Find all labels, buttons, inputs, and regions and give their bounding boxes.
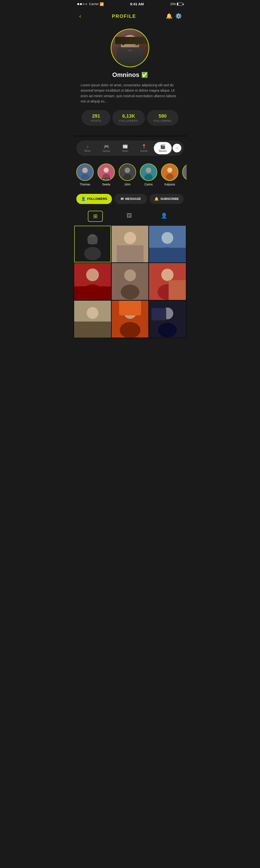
posts-label: POSTS <box>91 119 101 122</box>
profile-section: Omninos ✅ Lorem ipsum dolor sit amet, co… <box>73 26 187 135</box>
subscribe-button-label: SUBSCRIBE <box>160 197 179 200</box>
tab-movies[interactable]: 🎬 Movies <box>154 142 172 154</box>
svg-point-14 <box>166 174 173 180</box>
arrow-icon: → <box>175 146 179 150</box>
bio-text: Lorem ipsum dolor sit amet, consectetur … <box>78 83 182 104</box>
stat-following: 590 FOLLOWING <box>147 110 178 126</box>
tab-news[interactable]: 📰 News <box>116 142 134 154</box>
story-sw[interactable]: Sw... <box>182 163 187 186</box>
photo-1[interactable] <box>74 226 111 262</box>
view-tab-grid[interactable]: ⊞ <box>88 211 103 222</box>
stats-row: 291 POSTS 6,13K FOLLOWERS 590 FOLLOWING <box>78 110 182 126</box>
svg-point-4 <box>104 167 109 173</box>
view-tab-person[interactable]: 👤 <box>156 211 172 222</box>
svg-rect-50 <box>119 301 141 315</box>
svg-rect-34 <box>74 286 111 300</box>
posts-count: 291 <box>92 113 100 119</box>
following-label: FOLLOWING <box>154 119 172 122</box>
tabs-arrow-button[interactable]: → <box>173 144 181 152</box>
message-button[interactable]: ✉ MESSAGE <box>114 194 147 204</box>
svg-rect-15 <box>183 164 187 180</box>
tab-games[interactable]: 🎮 Games <box>98 142 115 154</box>
image-view-icon: 🖼 <box>126 213 132 219</box>
photo-6[interactable] <box>149 263 186 300</box>
tab-news-label: News <box>122 150 128 152</box>
svg-rect-38 <box>112 263 149 300</box>
followers-button[interactable]: 👤 FOLLOWERS <box>76 194 112 204</box>
signal-icon <box>77 3 87 5</box>
view-tab-image[interactable]: 🖼 <box>122 211 137 222</box>
avatar-container <box>111 29 149 67</box>
music-icon: ♪ <box>87 144 89 149</box>
svg-point-49 <box>120 322 140 337</box>
svg-point-1 <box>82 167 88 173</box>
grid-view-icon: ⊞ <box>93 213 98 219</box>
svg-point-13 <box>167 167 172 173</box>
carrier-label: Carrier <box>89 2 99 6</box>
user-name: Omninos <box>112 71 139 79</box>
svg-point-32 <box>86 269 99 281</box>
svg-point-40 <box>161 269 174 281</box>
news-icon: 📰 <box>122 144 128 149</box>
svg-rect-22 <box>88 237 98 244</box>
story-name-kalpana: Kalpana <box>164 183 175 186</box>
page-title: PROFILE <box>112 13 136 19</box>
stat-followers: 6,13K FOLLOWERS <box>112 110 145 126</box>
story-kalpana[interactable]: Kalpana <box>161 163 178 186</box>
photo-9[interactable] <box>149 301 186 338</box>
notification-icon[interactable]: 🔔 <box>166 13 172 19</box>
story-avatar-thomas <box>76 163 94 181</box>
verified-badge: ✅ <box>141 72 148 78</box>
story-john[interactable]: John <box>119 163 136 186</box>
story-avatar-carlos <box>140 163 157 181</box>
svg-point-10 <box>146 167 151 173</box>
stat-posts: 291 POSTS <box>82 110 111 126</box>
tab-events[interactable]: 📍 Events <box>135 142 153 154</box>
photo-8[interactable] <box>112 301 149 338</box>
subscribe-button[interactable]: 🔔 SUBSCRIBE <box>149 194 184 204</box>
svg-point-53 <box>158 323 177 338</box>
story-avatar-kalpana <box>161 163 178 181</box>
svg-point-7 <box>125 167 130 173</box>
photo-4[interactable] <box>74 263 111 300</box>
user-name-row: Omninos ✅ <box>112 71 148 79</box>
stories-row: Thomas LIVE Sweta <box>76 163 187 186</box>
settings-icon[interactable]: ⚙️ <box>175 13 182 19</box>
subscribe-icon: 🔔 <box>154 197 159 201</box>
tab-games-label: Games <box>103 150 110 152</box>
photo-3[interactable] <box>149 226 186 262</box>
followers-icon: 👤 <box>81 197 86 201</box>
svg-point-8 <box>123 174 132 180</box>
tab-music-label: Music <box>84 150 91 152</box>
svg-rect-46 <box>74 321 111 337</box>
story-name-carlos: Carlos <box>144 183 153 186</box>
story-sweta[interactable]: LIVE Sweta <box>98 163 115 186</box>
svg-point-11 <box>144 174 153 180</box>
svg-rect-30 <box>149 248 186 262</box>
svg-rect-54 <box>152 308 166 320</box>
events-icon: 📍 <box>141 144 147 149</box>
tab-events-label: Events <box>140 150 148 152</box>
message-icon: ✉ <box>121 197 124 201</box>
followers-button-label: FOLLOWERS <box>87 197 107 200</box>
person-view-icon: 👤 <box>161 213 167 219</box>
message-button-label: MESSAGE <box>125 197 141 200</box>
tab-music[interactable]: ♪ Music <box>79 142 97 154</box>
followers-label: FOLLOWERS <box>119 119 138 122</box>
svg-point-2 <box>81 174 89 180</box>
games-icon: 🎮 <box>104 144 109 149</box>
photo-5[interactable] <box>112 263 149 300</box>
back-button[interactable]: ‹ <box>78 12 82 21</box>
photo-2[interactable] <box>112 226 149 262</box>
live-badge: LIVE <box>102 178 111 181</box>
story-thomas[interactable]: Thomas <box>76 163 94 186</box>
svg-point-44 <box>87 307 99 319</box>
photo-7[interactable] <box>74 301 111 338</box>
story-avatar-john <box>119 163 136 181</box>
story-avatar-sweta: LIVE <box>98 163 115 181</box>
story-carlos[interactable]: Carlos <box>140 163 157 186</box>
svg-point-28 <box>161 232 173 244</box>
status-left: Carrier 📶 <box>77 2 104 6</box>
movies-icon: 🎬 <box>160 144 165 149</box>
svg-rect-42 <box>169 280 186 300</box>
